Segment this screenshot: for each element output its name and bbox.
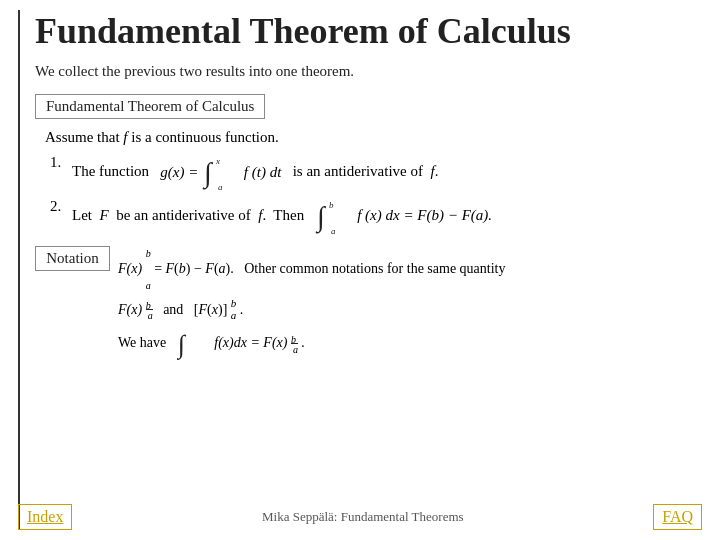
notation-section: Notation F(x) b a = F(b) − F(a). Other c… — [35, 246, 690, 361]
results-area: 1. The function g(x) = ∫ x a f (t) dt is… — [50, 154, 690, 236]
notation-line1: F(x) b a = F(b) − F(a). Other common not… — [118, 246, 690, 294]
result-2-text: Let F be an antiderivative of f. Then ∫ … — [72, 198, 492, 236]
result-1-text: The function g(x) = ∫ x a f (t) dt is an… — [72, 154, 438, 192]
svg-text:a: a — [331, 226, 336, 236]
svg-text:a: a — [218, 182, 223, 192]
integral-svg-1: ∫ x a — [202, 154, 240, 192]
svg-text:∫: ∫ — [315, 201, 327, 234]
result-item-2: 2. Let F be an antiderivative of f. Then… — [50, 198, 690, 236]
integral-svg-2: ∫ b a — [315, 198, 353, 236]
main-content: Fundamental Theorem of Calculus We colle… — [0, 0, 720, 379]
notation-content: F(x) b a = F(b) − F(a). Other common not… — [118, 246, 690, 361]
notation-math-2: F(x) b a — [118, 302, 156, 317]
notation-line2: F(x) b a and [F(x)] ba . — [118, 297, 690, 321]
footer-author: Mika Seppälä: Fundamental Theorems — [262, 509, 464, 525]
assume-var: f — [123, 129, 127, 145]
notation-have-line: We have ∫ f(x)dx = F(x) b a . — [118, 327, 690, 361]
svg-text:x: x — [215, 156, 220, 166]
left-border-decoration — [18, 10, 20, 530]
notation-box: Notation — [35, 246, 110, 271]
assume-line: Assume that f is a continuous function. — [45, 129, 690, 146]
page: Fundamental Theorem of Calculus We colle… — [0, 0, 720, 540]
index-link[interactable]: Index — [18, 504, 72, 530]
notation-math-1: F(x) b a — [118, 261, 154, 276]
result-2-var-f: f — [258, 208, 262, 224]
footer: Index Mika Seppälä: Fundamental Theorems… — [18, 504, 702, 530]
page-title: Fundamental Theorem of Calculus — [35, 10, 690, 53]
result-item-1: 1. The function g(x) = ∫ x a f (t) dt is… — [50, 154, 690, 192]
intro-text: We collect the previous two results into… — [35, 63, 690, 80]
result-num-2: 2. — [50, 198, 72, 215]
result-2-math: f (x) dx = F(b) − F(a). — [357, 208, 492, 224]
svg-text:b: b — [329, 200, 334, 210]
result-1-math: g(x) = ∫ x a f (t) dt — [160, 164, 285, 180]
svg-text:∫: ∫ — [177, 330, 187, 360]
integral-svg-3: ∫ — [177, 327, 211, 361]
result-1-var: f — [431, 164, 435, 180]
result-2-var-F: F — [100, 208, 109, 224]
faq-link[interactable]: FAQ — [653, 504, 702, 530]
result-num-1: 1. — [50, 154, 72, 171]
theorem-box-label: Fundamental Theorem of Calculus — [46, 98, 254, 114]
notation-box-label: Notation — [46, 250, 99, 266]
svg-text:∫: ∫ — [202, 157, 214, 190]
theorem-box: Fundamental Theorem of Calculus — [35, 94, 265, 119]
